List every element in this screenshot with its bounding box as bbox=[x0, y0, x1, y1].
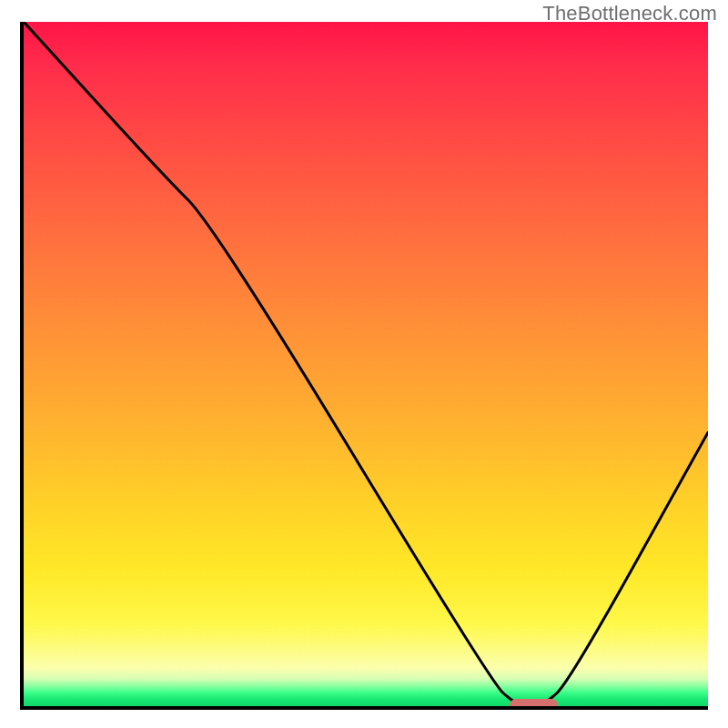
chart-plot-area bbox=[20, 22, 708, 710]
chart-line bbox=[24, 22, 708, 706]
optimum-marker bbox=[510, 699, 558, 710]
